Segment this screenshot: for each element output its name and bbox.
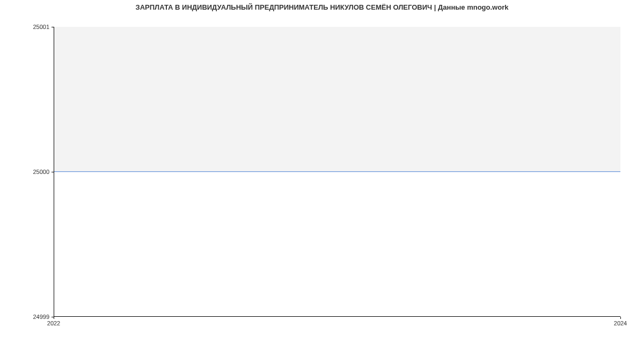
plot-area — [54, 27, 620, 317]
y-tick-label: 25001 — [0, 24, 49, 30]
salary-chart: ЗАРПЛАТА В ИНДИВИДУАЛЬНЫЙ ПРЕДПРИНИМАТЕЛ… — [0, 0, 644, 349]
x-tick — [620, 317, 621, 319]
area-fill — [54, 27, 620, 172]
x-tick-label: 2024 — [614, 320, 627, 326]
series-line — [54, 171, 620, 172]
y-tick-label: 25000 — [0, 169, 49, 175]
y-tick-label: 24999 — [0, 314, 49, 320]
chart-title: ЗАРПЛАТА В ИНДИВИДУАЛЬНЫЙ ПРЕДПРИНИМАТЕЛ… — [0, 3, 644, 11]
x-tick-label: 2022 — [47, 320, 60, 326]
x-tick — [54, 317, 54, 319]
